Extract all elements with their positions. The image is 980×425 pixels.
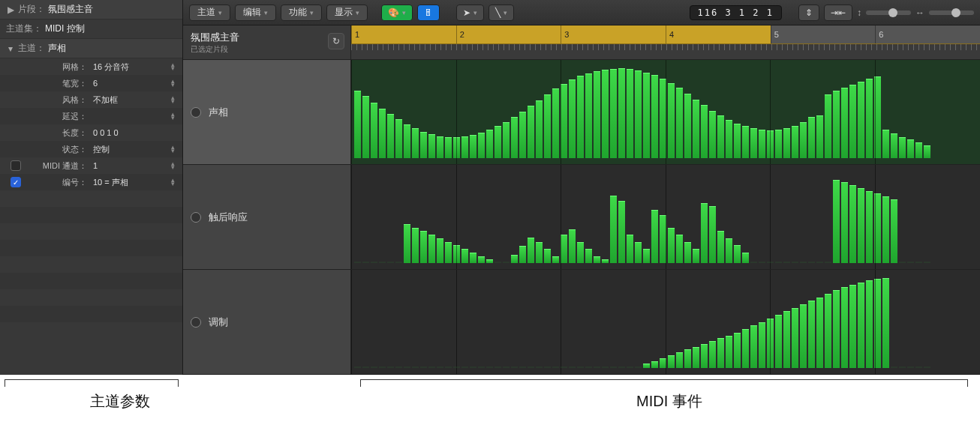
menu-主道[interactable]: 主道 ▾: [189, 4, 230, 21]
midi-event-bar[interactable]: [428, 134, 435, 158]
midi-event-bar[interactable]: [511, 255, 518, 263]
midi-event-bar[interactable]: [660, 358, 666, 368]
lane-header[interactable]: 声相: [183, 60, 351, 164]
midi-event-bar[interactable]: [503, 122, 510, 158]
midi-event-bar[interactable]: [561, 84, 567, 158]
midi-event-bar[interactable]: [420, 132, 427, 158]
stepper-icon[interactable]: ▴▾: [169, 96, 176, 103]
param-value[interactable]: 6: [93, 79, 169, 88]
midi-event-bar[interactable]: [759, 130, 765, 158]
midi-event-bar[interactable]: [503, 367, 510, 368]
midi-event-bar[interactable]: [742, 253, 749, 263]
midi-event-bar[interactable]: [693, 249, 699, 263]
stepper-icon[interactable]: ▴▾: [169, 63, 176, 70]
midi-event-bar[interactable]: [486, 259, 493, 263]
midi-event-bar[interactable]: [808, 117, 815, 158]
midi-event-bar[interactable]: [379, 262, 386, 263]
lane-body[interactable]: [351, 60, 980, 164]
midi-event-bar[interactable]: [825, 94, 831, 158]
segment-row[interactable]: ▶ 片段： 氛围感主音: [0, 0, 182, 19]
midi-event-bar[interactable]: [899, 262, 906, 263]
midi-event-bar[interactable]: [618, 367, 625, 368]
midi-event-bar[interactable]: [651, 75, 658, 158]
param-row[interactable]: MIDI 通道：1▴▾: [0, 157, 182, 174]
midi-event-bar[interactable]: [726, 336, 732, 368]
midi-event-bar[interactable]: [552, 367, 559, 368]
midi-event-bar[interactable]: [585, 73, 592, 158]
midi-event-bar[interactable]: [379, 367, 386, 368]
midi-event-bar[interactable]: [627, 367, 633, 368]
midi-event-bar[interactable]: [412, 228, 419, 263]
midi-event-bar[interactable]: [816, 262, 823, 263]
midi-event-bar[interactable]: [767, 130, 774, 158]
midi-event-bar[interactable]: [602, 259, 609, 263]
midi-event-bar[interactable]: [858, 82, 864, 158]
stepper-icon[interactable]: ▴▾: [169, 145, 176, 153]
midi-event-bar[interactable]: [387, 262, 394, 263]
lane-header[interactable]: 调制: [183, 270, 351, 374]
midi-event-bar[interactable]: [924, 367, 930, 368]
midi-event-bar[interactable]: [783, 128, 790, 158]
midi-event-bar[interactable]: [668, 83, 675, 158]
midi-event-bar[interactable]: [907, 367, 914, 368]
position-display[interactable]: 116 3 1 2 1: [690, 5, 782, 20]
midi-event-bar[interactable]: [693, 100, 699, 158]
midi-event-bar[interactable]: [734, 333, 741, 368]
lane-radio[interactable]: [191, 107, 201, 118]
midi-event-bar[interactable]: [577, 76, 584, 158]
midi-event-bar[interactable]: [866, 191, 873, 263]
midi-event-bar[interactable]: [544, 94, 551, 158]
midi-event-bar[interactable]: [362, 262, 369, 263]
midi-event-bar[interactable]: [379, 109, 386, 158]
checkbox-on[interactable]: ✓: [11, 177, 21, 187]
midi-event-bar[interactable]: [461, 249, 468, 263]
midi-event-bar[interactable]: [915, 142, 922, 158]
midi-event-bar[interactable]: [536, 100, 543, 158]
ruler-cell[interactable]: 4: [666, 25, 771, 43]
param-row[interactable]: 风格：不加框▴▾: [0, 91, 182, 108]
midi-event-bar[interactable]: [800, 304, 807, 368]
midi-event-bar[interactable]: [437, 367, 443, 368]
midi-event-bar[interactable]: [643, 73, 650, 158]
midi-event-bar[interactable]: [800, 262, 807, 263]
midi-event-bar[interactable]: [858, 188, 864, 263]
midi-event-bar[interactable]: [701, 344, 708, 368]
midi-event-bar[interactable]: [866, 280, 873, 368]
midi-event-bar[interactable]: [808, 301, 815, 368]
midi-event-bar[interactable]: [693, 347, 699, 368]
midi-event-bar[interactable]: [734, 124, 741, 158]
midi-event-bar[interactable]: [387, 114, 394, 158]
midi-event-bar[interactable]: [528, 106, 534, 158]
midi-event-bar[interactable]: [643, 249, 650, 263]
lane-header[interactable]: 触后响应: [183, 165, 351, 269]
midi-event-bar[interactable]: [750, 262, 757, 263]
midi-event-bar[interactable]: [528, 367, 534, 368]
midi-event-bar[interactable]: [552, 88, 559, 158]
midi-event-bar[interactable]: [660, 79, 666, 158]
param-value[interactable]: 16 分音符: [93, 61, 169, 73]
lane-radio[interactable]: [191, 212, 201, 223]
midi-event-bar[interactable]: [395, 367, 402, 368]
midi-event-bar[interactable]: [882, 196, 889, 263]
midi-event-bar[interactable]: [519, 112, 526, 158]
midi-event-bar[interactable]: [511, 367, 518, 368]
midi-event-bar[interactable]: [924, 145, 930, 158]
midi-event-bar[interactable]: [676, 352, 683, 368]
midi-event-bar[interactable]: [668, 355, 675, 368]
pencil-tool-button[interactable]: ╲▾: [488, 4, 514, 21]
midi-event-bar[interactable]: [726, 238, 732, 263]
midi-event-bar[interactable]: [849, 185, 856, 263]
horizontal-zoom-slider[interactable]: [929, 10, 974, 15]
midi-event-bar[interactable]: [866, 79, 873, 158]
midi-event-bar[interactable]: [792, 126, 798, 158]
midi-event-bar[interactable]: [891, 133, 897, 158]
midi-event-bar[interactable]: [775, 262, 782, 263]
midi-event-bar[interactable]: [676, 88, 683, 158]
ruler-cell[interactable]: 2: [456, 25, 561, 43]
midi-event-bar[interactable]: [759, 322, 765, 368]
midi-event-bar[interactable]: [767, 319, 774, 368]
midi-event-bar[interactable]: [891, 367, 897, 368]
midi-event-bar[interactable]: [635, 367, 642, 368]
midi-event-bar[interactable]: [544, 249, 551, 263]
midi-event-bar[interactable]: [602, 70, 609, 158]
